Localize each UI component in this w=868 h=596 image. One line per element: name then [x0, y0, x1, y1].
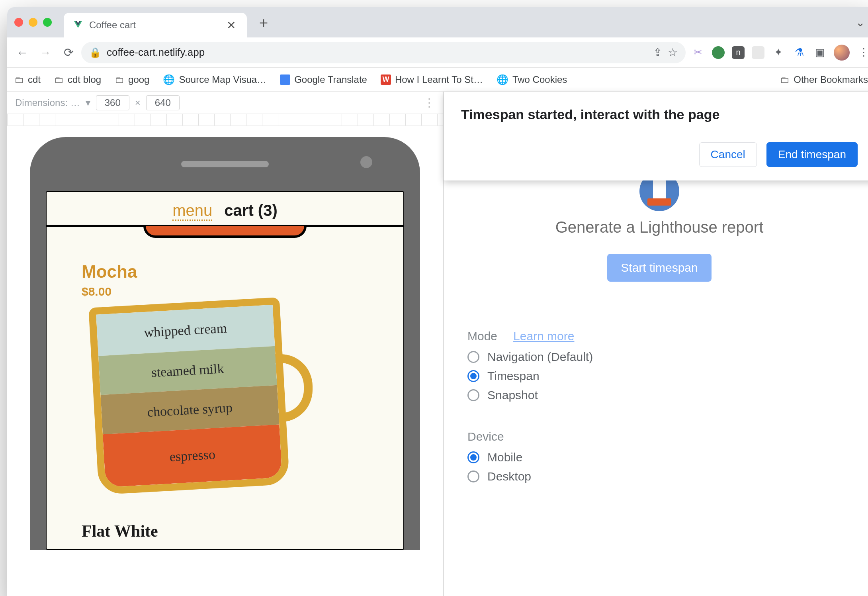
mode-option-snapshot[interactable]: Snapshot: [467, 388, 851, 402]
devtools-pane: Timespan started, interact with the page…: [444, 92, 868, 596]
globe-icon: 🌐: [497, 74, 508, 85]
tabs-menu-icon[interactable]: ⌄: [856, 16, 868, 29]
maximize-window-button[interactable]: [43, 18, 52, 27]
lighthouse-heading: Generate a Lighthouse report: [467, 218, 851, 236]
radio-icon: [467, 351, 479, 363]
bookmarks-bar: 🗀cdt 🗀cdt blog 🗀goog 🌐Source Map Visua… …: [7, 68, 868, 92]
minimize-window-button[interactable]: [29, 18, 37, 27]
bookmark-folder[interactable]: 🗀goog: [115, 74, 149, 85]
device-toolbar-more-icon[interactable]: ⋮: [424, 96, 435, 109]
titlebar: Coffee cart ✕ ＋ ⌄: [7, 7, 868, 37]
mode-label: Mode: [467, 329, 497, 343]
cup-layer: espresso: [103, 424, 282, 487]
device-option-mobile[interactable]: Mobile: [467, 451, 851, 464]
nav-menu-link[interactable]: menu: [172, 202, 212, 221]
start-timespan-button[interactable]: Start timespan: [607, 254, 711, 282]
tab-title: Coffee cart: [89, 20, 224, 31]
device-height-input[interactable]: [146, 95, 180, 110]
bookmark-link[interactable]: 🌐Two Cookies: [497, 74, 567, 85]
learn-more-link[interactable]: Learn more: [513, 329, 574, 343]
product-card: Mocha $8.00 whipped cream steamed milk c…: [47, 238, 403, 541]
cancel-button[interactable]: Cancel: [699, 142, 757, 167]
radio-icon: [467, 471, 479, 482]
cup-illustration[interactable]: whipped cream steamed milk chocolate syr…: [94, 310, 301, 498]
bookmark-folder[interactable]: 🗀cdt blog: [54, 74, 101, 85]
mode-section: Mode Learn more Navigation (Default) Tim…: [467, 329, 851, 402]
lock-icon: 🔒: [89, 47, 101, 58]
globe-icon: 🌐: [163, 74, 175, 85]
profile-avatar[interactable]: [834, 45, 850, 61]
labs-flask-icon[interactable]: ⚗: [792, 46, 806, 59]
close-tab-icon[interactable]: ✕: [224, 19, 238, 32]
product-price: $8.00: [82, 285, 368, 298]
vue-icon: [72, 20, 84, 31]
share-icon[interactable]: ⇪: [653, 46, 662, 59]
extension-icons: ✂ n ✦ ⚗ ▣ ⋮: [688, 45, 868, 61]
translate-icon: [280, 74, 290, 85]
device-frame: menu cart (3) Mocha $8.00 whipped cream: [30, 137, 420, 550]
url-text: coffee-cart.netlify.app: [107, 46, 205, 59]
radio-icon: [467, 389, 479, 401]
bookmark-link[interactable]: 🌐Source Map Visua…: [163, 74, 266, 85]
device-dropdown-icon[interactable]: ▾: [86, 97, 90, 108]
scissors-icon[interactable]: ✂: [691, 46, 705, 59]
omnibox[interactable]: 🔒 coffee-cart.netlify.app ⇪ ☆: [81, 42, 686, 63]
site-icon: W: [381, 74, 391, 85]
ruler: [7, 114, 443, 126]
folder-icon: 🗀: [14, 74, 24, 85]
device-emulation-pane: Dimensions: … ▾ × ⋮ menu cart (3): [7, 92, 444, 596]
folder-icon: 🗀: [115, 74, 124, 85]
forward-button[interactable]: →: [35, 42, 56, 63]
extension-icon[interactable]: [712, 46, 725, 59]
browser-tab[interactable]: Coffee cart ✕: [64, 13, 247, 37]
extension-icon[interactable]: n: [732, 46, 745, 59]
bookmark-link[interactable]: Google Translate: [280, 74, 367, 85]
reload-button[interactable]: ⟳: [58, 42, 79, 63]
folder-icon: 🗀: [780, 74, 790, 85]
timespan-dialog: Timespan started, interact with the page…: [444, 92, 868, 180]
other-bookmarks-folder[interactable]: 🗀Other Bookmarks: [780, 74, 868, 85]
sidepanel-icon[interactable]: ▣: [813, 46, 827, 59]
bookmark-link[interactable]: WHow I Learnt To St…: [381, 74, 483, 85]
decorative-notch: [143, 226, 307, 238]
mode-option-timespan[interactable]: Timespan: [467, 369, 851, 383]
page-nav: menu cart (3): [47, 192, 403, 225]
emulated-page[interactable]: menu cart (3) Mocha $8.00 whipped cream: [46, 191, 404, 550]
browser-window: Coffee cart ✕ ＋ ⌄ ← → ⟳ 🔒 coffee-cart.ne…: [7, 7, 868, 596]
device-toolbar: Dimensions: … ▾ × ⋮: [7, 92, 443, 114]
device-option-desktop[interactable]: Desktop: [467, 470, 851, 483]
back-button[interactable]: ←: [12, 42, 33, 63]
device-label: Device: [467, 430, 504, 443]
folder-icon: 🗀: [54, 74, 64, 85]
bookmark-folder[interactable]: 🗀cdt: [14, 74, 41, 85]
device-width-input[interactable]: [96, 95, 129, 110]
phone-camera-icon: [360, 156, 372, 168]
product-name: Flat White: [82, 522, 368, 541]
nav-cart-link[interactable]: cart (3): [224, 202, 277, 220]
end-timespan-button[interactable]: End timespan: [766, 142, 858, 167]
product-name: Mocha: [82, 262, 368, 282]
radio-icon: [467, 451, 479, 463]
bookmark-star-icon[interactable]: ☆: [668, 46, 678, 59]
multiply-icon: ×: [135, 97, 141, 108]
dialog-title: Timespan started, interact with the page: [461, 107, 858, 122]
chrome-menu-icon[interactable]: ⋮: [857, 46, 868, 59]
phone-speaker-icon: [181, 161, 269, 167]
dimensions-label: Dimensions: …: [15, 97, 80, 108]
new-tab-button[interactable]: ＋: [247, 13, 280, 32]
mode-option-navigation[interactable]: Navigation (Default): [467, 350, 851, 364]
traffic-lights: [14, 18, 64, 27]
device-section: Device Mobile Desktop: [467, 430, 851, 483]
extension-icon[interactable]: [752, 46, 764, 59]
close-window-button[interactable]: [14, 18, 23, 27]
lighthouse-hero: Generate a Lighthouse report Start times…: [467, 171, 851, 282]
address-bar: ← → ⟳ 🔒 coffee-cart.netlify.app ⇪ ☆ ✂ n …: [7, 37, 868, 68]
radio-icon: [467, 370, 479, 382]
extensions-puzzle-icon[interactable]: ✦: [772, 46, 785, 59]
